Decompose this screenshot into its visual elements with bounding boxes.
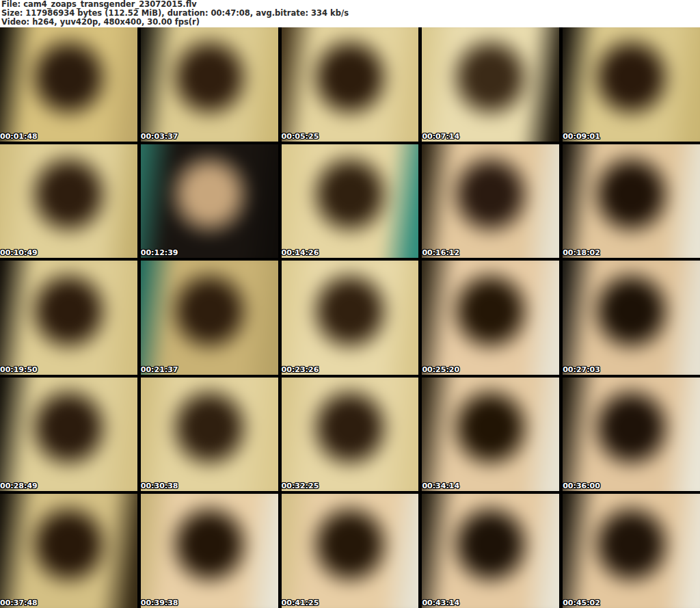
video-thumbnail: 00:37:48 [0, 494, 137, 608]
thumbnail-image-placeholder [422, 378, 559, 492]
file-info-header: File: cam4_zoaps_transgender_23072015.fl… [0, 0, 700, 27]
thumbnail-image-placeholder [422, 494, 559, 608]
thumbnail-image-placeholder [141, 261, 278, 375]
timestamp-overlay: 00:10:49 [0, 248, 38, 257]
video-thumbnail: 00:19:50 [0, 261, 137, 375]
thumbnail-image-placeholder [563, 494, 700, 608]
video-thumbnail: 00:39:38 [141, 494, 278, 608]
thumbnail-image-placeholder [563, 378, 700, 492]
video-thumbnail: 00:21:37 [141, 261, 278, 375]
thumbnail-image-placeholder [0, 494, 137, 608]
timestamp-overlay: 00:27:03 [563, 365, 600, 374]
thumbnail-image-placeholder [0, 261, 137, 375]
timestamp-overlay: 00:16:12 [422, 248, 459, 257]
thumbnail-image-placeholder [563, 261, 700, 375]
video-codec-line: Video: h264, yuv420p, 480x400, 30.00 fps… [1, 18, 700, 27]
thumbnail-image-placeholder [563, 144, 700, 259]
video-thumbnail: 00:07:14 [422, 27, 559, 142]
timestamp-overlay: 00:05:25 [282, 132, 319, 141]
timestamp-overlay: 00:37:48 [0, 598, 38, 607]
timestamp-overlay: 00:21:37 [141, 365, 178, 374]
thumbnail-image-placeholder [141, 494, 278, 608]
thumbnail-image-placeholder [282, 27, 419, 142]
video-thumbnail: 00:36:00 [563, 378, 700, 492]
timestamp-overlay: 00:45:02 [563, 598, 600, 607]
timestamp-overlay: 00:07:14 [422, 132, 459, 141]
thumbnail-grid: 00:01:4800:03:3700:05:2500:07:1400:09:01… [0, 27, 700, 608]
thumbnail-image-placeholder [422, 261, 559, 375]
video-thumbnail: 00:30:38 [141, 378, 278, 492]
thumbnail-image-placeholder [282, 261, 419, 375]
timestamp-overlay: 00:19:50 [0, 365, 38, 374]
video-thumbnail: 00:28:49 [0, 378, 137, 492]
thumbnail-image-placeholder [0, 378, 137, 492]
timestamp-overlay: 00:41:25 [282, 598, 319, 607]
timestamp-overlay: 00:12:39 [141, 248, 178, 257]
timestamp-overlay: 00:32:25 [282, 481, 319, 490]
video-thumbnail: 00:12:39 [141, 144, 278, 259]
thumbnail-image-placeholder [141, 378, 278, 492]
timestamp-overlay: 00:39:38 [141, 598, 178, 607]
timestamp-overlay: 00:09:01 [563, 132, 600, 141]
thumbnail-image-placeholder [563, 27, 700, 142]
video-thumbnail: 00:01:48 [0, 27, 137, 142]
video-thumbnail: 00:09:01 [563, 27, 700, 142]
thumbnail-image-placeholder [282, 378, 419, 492]
thumbnail-image-placeholder [422, 144, 559, 259]
video-thumbnail: 00:34:14 [422, 378, 559, 492]
timestamp-overlay: 00:34:14 [422, 481, 459, 490]
video-thumbnail: 00:14:26 [282, 144, 419, 259]
thumbnail-image-placeholder [0, 27, 137, 142]
thumbnail-image-placeholder [0, 144, 137, 259]
thumbnail-image-placeholder [141, 144, 278, 259]
video-thumbnail: 00:32:25 [282, 378, 419, 492]
video-thumbnail: 00:23:26 [282, 261, 419, 375]
timestamp-overlay: 00:28:49 [0, 481, 38, 490]
video-thumbnail: 00:43:14 [422, 494, 559, 608]
video-thumbnail: 00:18:02 [563, 144, 700, 259]
video-thumbnail: 00:10:49 [0, 144, 137, 259]
video-thumbnail: 00:45:02 [563, 494, 700, 608]
timestamp-overlay: 00:14:26 [282, 248, 319, 257]
timestamp-overlay: 00:03:37 [141, 132, 178, 141]
video-contact-sheet: File: cam4_zoaps_transgender_23072015.fl… [0, 0, 700, 608]
thumbnail-image-placeholder [141, 27, 278, 142]
video-thumbnail: 00:41:25 [282, 494, 419, 608]
timestamp-overlay: 00:30:38 [141, 481, 178, 490]
video-thumbnail: 00:25:20 [422, 261, 559, 375]
timestamp-overlay: 00:43:14 [422, 598, 459, 607]
thumbnail-image-placeholder [282, 144, 419, 259]
timestamp-overlay: 00:36:00 [563, 481, 600, 490]
video-thumbnail: 00:03:37 [141, 27, 278, 142]
video-thumbnail: 00:27:03 [563, 261, 700, 375]
timestamp-overlay: 00:23:26 [282, 365, 319, 374]
timestamp-overlay: 00:18:02 [563, 248, 600, 257]
video-thumbnail: 00:05:25 [282, 27, 419, 142]
thumbnail-image-placeholder [282, 494, 419, 608]
timestamp-overlay: 00:01:48 [0, 132, 38, 141]
video-thumbnail: 00:16:12 [422, 144, 559, 259]
thumbnail-image-placeholder [422, 27, 559, 142]
timestamp-overlay: 00:25:20 [422, 365, 459, 374]
